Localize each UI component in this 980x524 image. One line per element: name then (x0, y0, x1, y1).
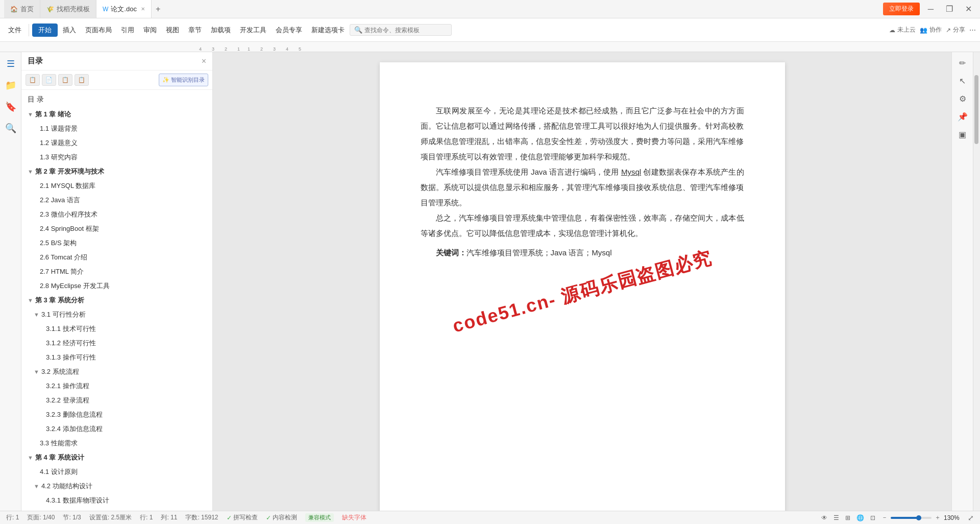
toc-expand-icon-4[interactable]: ▼ (28, 169, 33, 175)
toolbar-member[interactable]: 会员专享 (272, 23, 306, 37)
toc-expand-icon-24[interactable]: ▼ (28, 455, 33, 461)
toc-item-8[interactable]: 2.4 SpringBoot 框架 (21, 222, 212, 236)
toc-item-24[interactable]: ▼第 4 章 系统设计 (21, 450, 212, 465)
right-icon-pin[interactable]: 📌 (955, 110, 970, 124)
right-icon-cursor[interactable]: ↖ (957, 74, 968, 88)
toc-item-4[interactable]: ▼第 2 章 开发环境与技术 (21, 164, 212, 179)
split-view-button[interactable]: ⊡ (870, 514, 875, 521)
toolbar-layout[interactable]: 页面布局 (81, 23, 116, 37)
sidebar-toggle-nav[interactable]: ☰ (5, 56, 17, 72)
right-icon-edit[interactable]: ✏ (957, 56, 968, 70)
zoom-out-button[interactable]: － (881, 513, 888, 522)
toc-expand-icon-13[interactable]: ▼ (28, 297, 33, 303)
register-button[interactable]: 立即登录 (883, 3, 920, 15)
toc-item-17[interactable]: 3.1.3 操作可行性 (21, 350, 212, 365)
toc-item-23[interactable]: 3.3 性能需求 (21, 436, 212, 450)
toc-item-0[interactable]: ▼第 1 章 绪论 (21, 107, 212, 122)
sidebar-toggle-files[interactable]: 📁 (3, 78, 18, 93)
scrollbar-thumb[interactable] (974, 75, 978, 144)
window-close[interactable]: ✕ (961, 2, 976, 16)
vertical-scrollbar[interactable] (973, 52, 980, 511)
toolbar-newtab[interactable]: 新建选项卡 (307, 23, 349, 37)
toc-expand-icon-14[interactable]: ▼ (34, 312, 39, 318)
tab-template[interactable]: 🌾 找稻壳模板 (40, 0, 96, 18)
content-check-item[interactable]: ✓ 内容检测 (266, 513, 297, 522)
toolbar-file[interactable]: 文件 (4, 23, 26, 37)
toc-item-27[interactable]: 4.3.1 数据库物理设计 (21, 493, 212, 508)
tab-home[interactable]: 🏠 首页 (4, 0, 40, 18)
toc-item-6[interactable]: 2.2 Java 语言 (21, 193, 212, 207)
tab-doc[interactable]: W 论文.doc ✕ (96, 0, 152, 18)
toc-tool-2[interactable]: 📄 (42, 74, 56, 86)
toolbar-insert[interactable]: 插入 (59, 23, 80, 37)
spell-check-item[interactable]: ✓ 拼写检查 (227, 513, 258, 522)
toc-item-22[interactable]: 3.2.4 添加信息流程 (21, 422, 212, 436)
sidebar-toggle-bookmarks[interactable]: 🔖 (3, 99, 18, 114)
toc-item-label-17: 3.1.3 操作可行性 (46, 353, 96, 362)
toc-item-21[interactable]: 3.2.3 删除信息流程 (21, 408, 212, 422)
toc-item-13[interactable]: ▼第 3 章 系统分析 (21, 293, 212, 307)
cloud-button[interactable]: ☁ 未上云 (889, 26, 916, 34)
zoom-bar: － ＋ 130% (881, 513, 962, 522)
ai-recognize-button[interactable]: ✨ 智能识别目录 (159, 74, 208, 86)
grid-view-button[interactable]: ⊞ (845, 514, 850, 521)
toc-item-18[interactable]: ▼3.2 系统流程 (21, 365, 212, 379)
toc-item-10[interactable]: 2.6 Tomcat 介绍 (21, 250, 212, 265)
share-button[interactable]: ↗ 分享 (946, 26, 965, 34)
fullscreen-button[interactable]: ⤢ (968, 514, 974, 522)
document-area[interactable]: code51.cn- 源码乐园盗图必究 互联网发展至今，无论是其理论还是技术都已… (213, 52, 951, 511)
toc-tool-3[interactable]: 📋 (58, 74, 72, 86)
zoom-slider-thumb[interactable] (916, 515, 921, 520)
toc-item-7[interactable]: 2.3 微信小程序技术 (21, 207, 212, 222)
window-minimize[interactable]: ─ (924, 3, 938, 16)
zoom-in-button[interactable]: ＋ (935, 513, 941, 522)
tab-doc-close[interactable]: ✕ (141, 6, 145, 12)
sidebar-toggle-search[interactable]: 🔍 (3, 121, 18, 136)
toc-item-1[interactable]: 1.1 课题背景 (21, 122, 212, 136)
toc-item-5[interactable]: 2.1 MYSQL 数据库 (21, 179, 212, 193)
toc-item-20[interactable]: 3.2.2 登录流程 (21, 393, 212, 408)
toolbar-addon[interactable]: 加载项 (207, 23, 235, 37)
toc-item-19[interactable]: 3.2.1 操作流程 (21, 379, 212, 393)
toc-expand-icon-26[interactable]: ▼ (34, 483, 39, 489)
toc-expand-icon-18[interactable]: ▼ (34, 369, 39, 375)
toc-item-2[interactable]: 1.2 课题意义 (21, 136, 212, 150)
toolbar-search-box[interactable]: 🔍 (350, 24, 452, 36)
toc-item-16[interactable]: 3.1.2 经济可行性 (21, 336, 212, 350)
toc-tool-1[interactable]: 📋 (26, 74, 40, 86)
toc-item-25[interactable]: 4.1 设计原则 (21, 465, 212, 479)
search-input[interactable] (364, 27, 447, 34)
toc-item-11[interactable]: 2.7 HTML 简介 (21, 265, 212, 279)
list-view-button[interactable]: ☰ (834, 514, 839, 521)
zoom-slider[interactable] (891, 517, 932, 519)
toolbar-devtool[interactable]: 开发工具 (236, 23, 271, 37)
settings-label: 设置值: 2.5厘米 (89, 513, 132, 522)
toc-item-26[interactable]: ▼4.2 功能结构设计 (21, 479, 212, 493)
toolbar-chapter[interactable]: 章节 (184, 23, 206, 37)
toc-item-15[interactable]: 3.1.1 技术可行性 (21, 322, 212, 336)
collab-button[interactable]: 👥 协作 (920, 26, 942, 34)
toc-item-label-15: 3.1.1 技术可行性 (46, 324, 96, 334)
toc-item-3[interactable]: 1.3 研究内容 (21, 150, 212, 164)
globe-button[interactable]: 🌐 (856, 514, 864, 521)
sidebar-close-button[interactable]: × (202, 57, 206, 66)
eye-button[interactable]: 👁 (821, 514, 827, 521)
toc-tool-4[interactable]: 📋 (75, 74, 89, 86)
toc-item-14[interactable]: ▼3.1 可行性分析 (21, 307, 212, 322)
window-restore[interactable]: ❐ (942, 2, 957, 16)
toc-item-12[interactable]: 2.8 MyEclipse 开发工具 (21, 279, 212, 293)
toolbar-start[interactable]: 开始 (32, 23, 58, 37)
toc-item-label-11: 2.7 HTML 简介 (40, 267, 84, 276)
right-icon-settings[interactable]: ⚙ (957, 92, 968, 106)
right-icon-panel[interactable]: ▣ (957, 128, 968, 141)
toc-item-label-9: 2.5 B/S 架构 (40, 239, 77, 248)
toolbar-view[interactable]: 视图 (162, 23, 183, 37)
toolbar-review[interactable]: 审阅 (139, 23, 161, 37)
toolbar-ref[interactable]: 引用 (117, 23, 138, 37)
toc-item-9[interactable]: 2.5 B/S 架构 (21, 236, 212, 250)
more-options-icon[interactable]: ⋯ (969, 26, 976, 34)
toc-item-28[interactable]: 第 5 章 系统实现 (21, 508, 212, 511)
new-tab-button[interactable]: + (152, 3, 164, 16)
row-label: 行: 1 (6, 513, 19, 522)
toc-expand-icon-0[interactable]: ▼ (28, 111, 33, 117)
